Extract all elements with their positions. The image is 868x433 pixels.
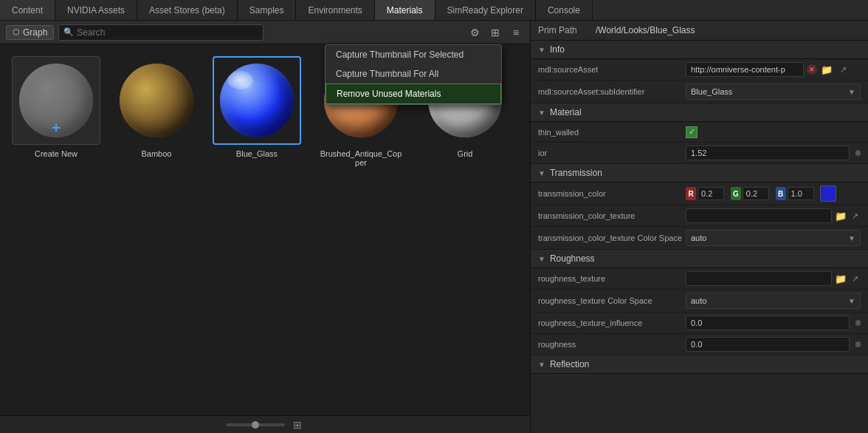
- prop-name-roughness-colorspace: roughness_texture Color Space: [538, 296, 686, 305]
- context-menu-item-capture-all[interactable]: Capture Thumbnail For All: [326, 64, 501, 83]
- prop-value-roughness: [686, 337, 861, 352]
- property-ior: ior: [531, 143, 868, 164]
- prop-value-tx-texture: 📁 ↗: [686, 208, 861, 223]
- copper-label: Brushed_Antique_Copper: [320, 149, 402, 167]
- subid-dropdown-arrow-icon: ▼: [848, 88, 855, 96]
- prop-value-mdl-source: ✕ 📁 ↗: [686, 62, 861, 77]
- right-panel: Prim Path /World/Looks/Blue_Glass ▼ Info…: [530, 21, 868, 433]
- prim-path-value: /World/Looks/Blue_Glass: [596, 25, 861, 35]
- tab-nvidia-assets[interactable]: NVIDIA Assets: [55, 0, 137, 20]
- b-label: B: [776, 187, 786, 200]
- tab-simready[interactable]: SimReady Explorer: [435, 0, 536, 20]
- thin-walled-checkbox[interactable]: ✓: [686, 126, 698, 138]
- prop-value-subid: Blue_Glass ▼: [686, 83, 861, 100]
- create-new-thumbnail: +: [12, 56, 100, 145]
- section-header-info[interactable]: ▼ Info: [531, 41, 868, 59]
- clear-url-button[interactable]: ✕: [807, 64, 817, 75]
- main-layout: ⬡ Graph 🔍 ⚙ ⊞ ≡ Capture Thumbnail For Se…: [0, 21, 868, 433]
- zoom-slider-track[interactable]: [226, 423, 285, 426]
- tab-content[interactable]: Content: [0, 0, 55, 20]
- context-menu-item-remove-unused[interactable]: Remove Unused Materials: [326, 83, 501, 104]
- search-input[interactable]: [77, 27, 258, 38]
- link-icon[interactable]: ↗: [836, 63, 850, 76]
- transmission-arrow-icon: ▼: [538, 169, 545, 177]
- g-label: G: [731, 187, 741, 200]
- blue-glass-label: Blue_Glass: [236, 149, 278, 158]
- section-header-material[interactable]: ▼ Material: [531, 103, 868, 122]
- prop-name-subid: mdl:sourceAsset:subIdentifier: [538, 87, 686, 96]
- bamboo-label: Bamboo: [142, 149, 172, 158]
- menu-icon[interactable]: ≡: [508, 24, 524, 41]
- tx-texture-input[interactable]: [686, 208, 832, 223]
- prop-value-thin-walled: ✓: [686, 126, 861, 138]
- roughness-colorspace-value: auto: [691, 296, 706, 305]
- view-icon[interactable]: ⊞: [487, 24, 503, 41]
- roughness-input[interactable]: [686, 337, 850, 352]
- folder-icon[interactable]: 📁: [820, 63, 833, 76]
- context-menu: Capture Thumbnail For Selected Capture T…: [325, 44, 502, 105]
- material-item-create-new[interactable]: + Create New: [12, 56, 100, 167]
- tab-environments[interactable]: Environments: [296, 0, 374, 20]
- g-input[interactable]: [743, 187, 769, 200]
- prop-name-ior: ior: [538, 149, 686, 157]
- subid-dropdown[interactable]: Blue_Glass ▼: [686, 83, 861, 100]
- blue-glass-highlight: [227, 71, 253, 89]
- roughness-texture-link-icon[interactable]: ↗: [850, 272, 861, 285]
- ior-input[interactable]: [686, 146, 850, 160]
- r-label: R: [686, 187, 696, 200]
- prop-name-roughness: roughness: [538, 340, 686, 349]
- tx-colorspace-value: auto: [691, 233, 706, 242]
- tab-samples[interactable]: Samples: [238, 0, 297, 20]
- reflection-title: Reflection: [550, 359, 589, 369]
- prop-name-tx-texture: transmission_color_texture: [538, 211, 686, 220]
- grid-view-icon[interactable]: ⊞: [291, 418, 304, 432]
- prop-name-roughness-texture: roughness_texture: [538, 274, 686, 283]
- tx-colorspace-dropdown[interactable]: auto ▼: [686, 230, 861, 246]
- property-roughness-value: roughness: [531, 334, 868, 355]
- property-thin-walled: thin_walled ✓: [531, 122, 868, 143]
- context-menu-item-capture-selected[interactable]: Capture Thumbnail For Selected: [326, 45, 501, 64]
- toolbar-icons: ⚙ ⊞ ≡: [466, 24, 524, 41]
- blue-glass-sphere: [220, 64, 294, 137]
- tab-console[interactable]: Console: [536, 0, 593, 20]
- prop-value-roughness-influence: [686, 316, 861, 330]
- tab-asset-stores[interactable]: Asset Stores (beta): [137, 0, 238, 20]
- zoom-slider-thumb[interactable]: [252, 421, 259, 429]
- bamboo-sphere: [120, 64, 193, 137]
- bottom-bar: ⊞: [0, 415, 530, 433]
- search-icon: 🔍: [63, 27, 74, 37]
- color-swatch-tx[interactable]: [820, 185, 836, 202]
- property-roughness-colorspace: roughness_texture Color Space auto ▼: [531, 290, 868, 313]
- graph-button[interactable]: ⬡ Graph: [6, 25, 54, 40]
- settings-icon[interactable]: ⚙: [466, 24, 483, 41]
- property-tx-color-texture: transmission_color_texture 📁 ↗: [531, 205, 868, 227]
- prop-name-roughness-influence: roughness_texture_influence: [538, 318, 686, 327]
- tx-texture-folder-icon[interactable]: 📁: [835, 209, 847, 222]
- search-box[interactable]: 🔍: [58, 24, 263, 41]
- roughness-influence-end-dot: [855, 320, 861, 326]
- section-header-reflection[interactable]: ▼ Reflection: [531, 355, 868, 374]
- prop-value-ior: [686, 146, 861, 160]
- info-arrow-icon: ▼: [538, 46, 545, 54]
- section-header-roughness[interactable]: ▼ Roughness: [531, 250, 868, 268]
- tx-texture-link-icon[interactable]: ↗: [850, 209, 861, 222]
- roughness-colorspace-dropdown[interactable]: auto ▼: [686, 293, 861, 309]
- info-title: Info: [550, 44, 565, 55]
- reflection-arrow-icon: ▼: [538, 361, 545, 369]
- r-input[interactable]: [698, 187, 724, 200]
- roughness-texture-folder-icon[interactable]: 📁: [835, 272, 847, 285]
- tab-materials[interactable]: Materials: [375, 0, 435, 20]
- grid-label: Grid: [458, 149, 473, 158]
- roughness-texture-input[interactable]: [686, 271, 832, 286]
- ior-end-dot: [855, 150, 861, 156]
- roughness-influence-input[interactable]: [686, 316, 850, 330]
- b-input[interactable]: [788, 187, 814, 200]
- material-item-blue-glass[interactable]: Blue_Glass: [213, 56, 301, 167]
- material-item-bamboo[interactable]: Bamboo: [112, 56, 201, 167]
- mdl-source-input[interactable]: [686, 62, 804, 77]
- color-channel-b: B: [776, 187, 814, 200]
- toolbar: ⬡ Graph 🔍 ⚙ ⊞ ≡: [0, 21, 530, 44]
- section-header-transmission[interactable]: ▼ Transmission: [531, 164, 868, 183]
- graph-label: Graph: [23, 27, 47, 38]
- property-transmission-color: transmission_color R · G · B: [531, 183, 868, 205]
